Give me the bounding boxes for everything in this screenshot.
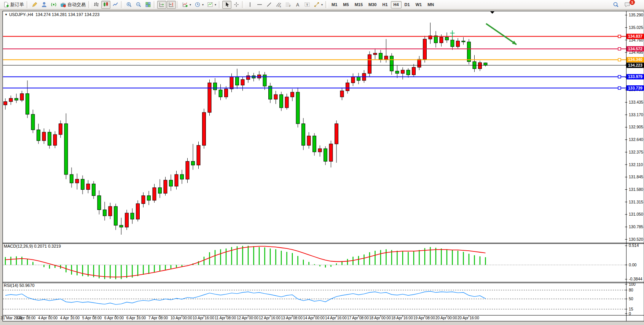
zoom-out-button[interactable] (134, 1, 143, 9)
chart-symbol-period: USDJPY-,H4 (9, 12, 33, 17)
line-anchor-handle[interactable] (618, 35, 621, 38)
chart-title-dropdown-icon[interactable]: ▼ (5, 13, 8, 16)
indicators-icon (182, 2, 188, 8)
timeframe-w1-button[interactable]: W1 (413, 1, 425, 8)
new-order-label: 新订单 (10, 2, 24, 8)
templates-button[interactable]: ▾ (206, 1, 218, 9)
timeframe-m15-button[interactable]: M15 (352, 1, 365, 8)
timeframe-m30-button[interactable]: M30 (366, 1, 379, 8)
arrows-icon (314, 2, 320, 8)
rsi-indicator-label: RSI(14) 50.9670 (4, 283, 35, 288)
toolbar-separator (88, 1, 91, 8)
svg-text:135.025: 135.025 (629, 25, 643, 30)
svg-text:131.050: 131.050 (629, 212, 643, 216)
svg-text:17 Apr 08:00: 17 Apr 08:00 (347, 316, 369, 320)
svg-text:E: E (280, 5, 281, 8)
search-icon (613, 2, 619, 8)
search-button[interactable] (611, 1, 620, 9)
svg-text:19 Apr 08:00: 19 Apr 08:00 (413, 316, 435, 320)
toolbar-separator (242, 1, 244, 8)
svg-text:T: T (306, 3, 308, 7)
svg-text:A: A (296, 2, 299, 8)
svg-text:12 Apr 16:00: 12 Apr 16:00 (259, 316, 281, 320)
svg-text:10 Apr 00:00: 10 Apr 00:00 (171, 316, 192, 320)
auto-trading-button[interactable]: 自动交易 (59, 1, 87, 9)
arrows-button[interactable]: ▾ (312, 1, 324, 9)
chevron-down-icon: ▾ (215, 3, 216, 6)
svg-text:4 Apr 00:00: 4 Apr 00:00 (38, 316, 58, 320)
notifications-button[interactable]: 1 (623, 1, 632, 9)
svg-text:14 Apr 00:00: 14 Apr 00:00 (303, 316, 325, 320)
vline-icon (247, 2, 253, 8)
metaeditor-button[interactable] (30, 1, 39, 9)
chart-canvas[interactable]: 135.290135.025134.760134.495134.230133.9… (0, 10, 644, 325)
svg-text:11 Apr 08:00: 11 Apr 08:00 (215, 316, 236, 320)
tiles-icon (145, 2, 151, 8)
svg-text:80: 80 (629, 288, 633, 292)
svg-text:3 Apr 08:00: 3 Apr 08:00 (16, 316, 36, 320)
line-anchor-handle[interactable] (618, 58, 621, 61)
chart-title[interactable]: ▼USDJPY-,H4 134.274 134.281 134.197 134.… (5, 12, 99, 17)
fibonacci-button[interactable]: F (284, 1, 293, 9)
chart-window[interactable]: 135.290135.025134.760134.495134.230133.9… (0, 10, 644, 325)
timeframe-d1-button[interactable]: D1 (402, 1, 413, 8)
chart-shift-button[interactable] (167, 1, 176, 9)
svg-text:133.739: 133.739 (628, 86, 642, 90)
svg-text:7 Apr 08:00: 7 Apr 08:00 (148, 316, 168, 320)
auto-trading-label: 自动交易 (67, 2, 86, 8)
svg-text:130.520: 130.520 (629, 237, 643, 242)
channel-icon: E (276, 2, 282, 8)
labelT-icon: T (304, 2, 310, 8)
line-chart-mode-button[interactable] (111, 1, 120, 9)
line-anchor-handle[interactable] (618, 48, 621, 50)
auto-scroll-button[interactable] (157, 1, 166, 9)
horizontal-line-button[interactable] (255, 1, 264, 9)
svg-text:131.580: 131.580 (629, 187, 643, 192)
pencil-icon (32, 2, 38, 8)
time-axis[interactable]: 31 Mar 20233 Apr 08:004 Apr 00:004 Apr 1… (1, 315, 479, 320)
crosshair-button[interactable] (232, 1, 241, 9)
cursor-icon (224, 2, 230, 8)
macd-indicator-label: MACD(12,26,9) 0.2071 0.3219 (4, 244, 61, 248)
autoscroll-icon (159, 2, 165, 8)
candlestick-mode-button[interactable] (101, 1, 110, 9)
svg-text:132.905: 132.905 (629, 125, 643, 129)
line-anchor-handle[interactable] (618, 87, 621, 90)
text-label-button[interactable]: T (303, 1, 312, 9)
chevron-down-icon: ▾ (202, 3, 204, 6)
linemode-icon (112, 2, 118, 8)
timeframe-mn-button[interactable]: MN (425, 1, 437, 8)
timeframe-m1-button[interactable]: M1 (329, 1, 340, 8)
autotrade-icon (60, 2, 66, 8)
profile-button[interactable] (40, 1, 49, 9)
svg-text:132.110: 132.110 (629, 162, 643, 167)
zoom-in-button[interactable] (124, 1, 134, 9)
svg-text:20 Apr 16:00: 20 Apr 16:00 (457, 316, 479, 320)
svg-text:14 Apr 16:00: 14 Apr 16:00 (325, 316, 347, 320)
svg-text:15: 15 (629, 307, 633, 311)
svg-text:135.290: 135.290 (629, 13, 643, 17)
toolbar-separator (325, 1, 328, 8)
trendline-button[interactable] (265, 1, 274, 9)
periods-button[interactable]: ▾ (193, 1, 205, 9)
signals-button[interactable] (49, 1, 58, 9)
bar-chart-mode-button[interactable] (92, 1, 101, 9)
indicators-button[interactable]: ▾ (180, 1, 193, 9)
toolbar-separator (27, 1, 29, 8)
timeframe-h4-button[interactable]: H4 (391, 1, 402, 8)
zoomout-icon (135, 2, 142, 8)
person-icon (41, 2, 47, 8)
vertical-line-button[interactable] (245, 1, 255, 9)
line-anchor-handle[interactable] (618, 75, 621, 78)
timeframe-h1-button[interactable]: H1 (379, 1, 390, 8)
fibo-icon: F (285, 2, 291, 8)
textA-icon: A (295, 2, 301, 8)
timeframe-m5-button[interactable]: M5 (340, 1, 351, 8)
text-button[interactable]: A (293, 1, 302, 9)
svg-text:0.00: 0.00 (629, 263, 637, 267)
tile-windows-button[interactable] (143, 1, 153, 9)
new-order-button[interactable]: 新订单 (2, 1, 26, 9)
equidistant-channel-button[interactable]: E (274, 1, 283, 9)
svg-text:132.640: 132.640 (629, 137, 643, 142)
cursor-button[interactable] (222, 1, 231, 9)
